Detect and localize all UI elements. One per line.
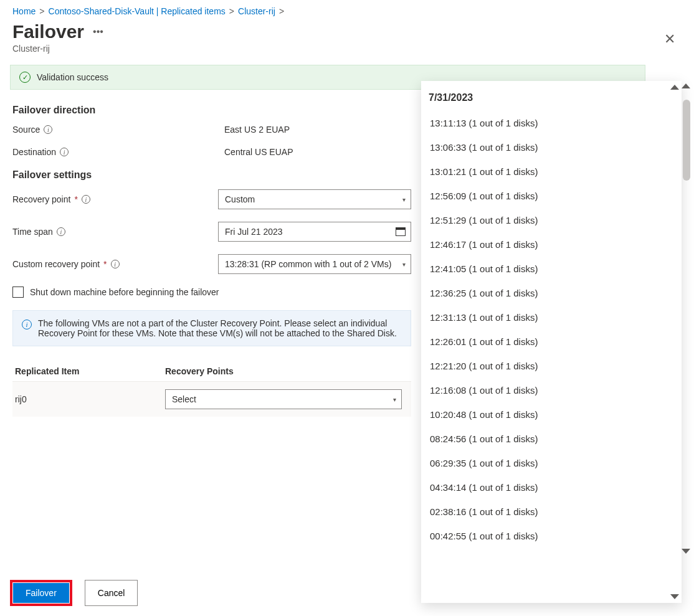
breadcrumb-vault[interactable]: Contoso-Shared-Disk-Vault | Replicated i…: [49, 6, 226, 16]
table-header-item: Replicated Item: [12, 366, 165, 376]
scroll-down-icon[interactable]: [682, 549, 690, 554]
info-icon[interactable]: i: [57, 227, 65, 236]
recovery-point-option[interactable]: 00:42:55 (1 out of 1 disks): [427, 524, 675, 548]
recovery-point-option[interactable]: 08:24:56 (1 out of 1 disks): [427, 427, 675, 451]
more-menu-icon[interactable]: •••: [93, 26, 103, 37]
chevron-down-icon: ▾: [393, 396, 396, 403]
recovery-point-dropdown[interactable]: 7/31/202313:11:13 (1 out of 1 disks)13:0…: [421, 81, 682, 603]
scroll-up-icon[interactable]: [670, 85, 679, 90]
recovery-point-option[interactable]: 06:29:35 (1 out of 1 disks): [427, 451, 675, 475]
recovery-point-option[interactable]: 13:11:13 (1 out of 1 disks): [427, 111, 675, 135]
breadcrumb: Home > Contoso-Shared-Disk-Vault | Repli…: [12, 6, 411, 16]
time-span-value: Fri Jul 21 2023: [225, 227, 283, 237]
breadcrumb-sep: >: [279, 6, 284, 16]
page-title: Failover: [12, 21, 84, 42]
required-mark: *: [103, 259, 107, 269]
calendar-icon: [396, 227, 406, 236]
section-failover-direction: Failover direction: [12, 105, 411, 116]
destination-value: Central US EUAP: [224, 147, 411, 157]
info-icon: i: [22, 320, 32, 329]
breadcrumb-sep: >: [39, 6, 44, 16]
recovery-point-option[interactable]: 12:46:17 (1 out of 1 disks): [427, 232, 675, 257]
recovery-point-option[interactable]: 12:51:29 (1 out of 1 disks): [427, 208, 675, 232]
section-failover-settings: Failover settings: [12, 169, 411, 181]
status-text: Validation success: [37, 72, 108, 82]
custom-rp-select[interactable]: 13:28:31 (RP common with 1 out of 2 VMs)…: [218, 254, 411, 274]
scrollbar-thumb[interactable]: [683, 100, 690, 181]
recovery-point-option[interactable]: 12:56:09 (1 out of 1 disks): [427, 184, 675, 208]
recovery-point-option[interactable]: 12:21:20 (1 out of 1 disks): [427, 354, 675, 378]
chevron-down-icon: ▾: [402, 261, 406, 268]
cancel-button[interactable]: Cancel: [85, 580, 138, 606]
time-span-input[interactable]: Fri Jul 21 2023: [218, 222, 411, 242]
replicated-item-name: rij0: [12, 394, 165, 404]
row-rp-value: Select: [172, 394, 196, 404]
custom-rp-label: Custom recovery point: [12, 259, 100, 269]
recovery-point-option[interactable]: 13:06:33 (1 out of 1 disks): [427, 135, 675, 159]
recovery-point-option[interactable]: 12:31:13 (1 out of 1 disks): [427, 305, 675, 329]
time-span-label: Time span: [12, 227, 53, 237]
breadcrumb-item[interactable]: Cluster-rij: [238, 6, 275, 16]
recovery-point-option[interactable]: 12:36:25 (1 out of 1 disks): [427, 281, 675, 305]
recovery-point-option[interactable]: 02:38:16 (1 out of 1 disks): [427, 500, 675, 524]
destination-label: Destination: [12, 147, 56, 157]
required-mark: *: [74, 194, 77, 204]
recovery-point-label: Recovery point: [12, 194, 70, 204]
replicated-items-table: Replicated Item Recovery Points rij0 Sel…: [12, 361, 411, 417]
table-header-rp: Recovery Points: [165, 366, 411, 376]
recovery-point-option[interactable]: 04:34:14 (1 out of 1 disks): [427, 475, 675, 500]
info-banner: i The following VMs are not a part of th…: [12, 310, 411, 346]
shutdown-checkbox[interactable]: [12, 287, 24, 298]
highlight-box: Failover: [10, 580, 72, 606]
recovery-point-option[interactable]: 12:16:08 (1 out of 1 disks): [427, 378, 675, 402]
source-value: East US 2 EUAP: [224, 125, 411, 135]
recovery-point-select[interactable]: Custom ▾: [218, 189, 411, 209]
shutdown-label: Shut down machine before beginning the f…: [30, 287, 219, 297]
failover-button[interactable]: Failover: [13, 583, 69, 603]
chevron-down-icon: ▾: [402, 196, 406, 203]
table-row: rij0 Select ▾: [12, 382, 411, 417]
recovery-point-option[interactable]: 10:20:48 (1 out of 1 disks): [427, 402, 675, 427]
recovery-point-option[interactable]: 12:26:01 (1 out of 1 disks): [427, 329, 675, 354]
row-recovery-point-select[interactable]: Select ▾: [165, 389, 402, 409]
info-icon[interactable]: i: [82, 195, 90, 204]
checkmark-icon: ✓: [19, 72, 31, 83]
info-icon[interactable]: i: [111, 260, 120, 268]
info-banner-text: The following VMs are not a part of the …: [38, 318, 402, 338]
flyout-date-header: 7/31/2023: [427, 90, 675, 111]
info-icon[interactable]: i: [44, 125, 52, 134]
scroll-up-icon[interactable]: [682, 83, 690, 88]
close-icon[interactable]: ✕: [664, 31, 675, 47]
scroll-down-icon[interactable]: [670, 594, 679, 599]
source-label: Source: [12, 125, 40, 135]
recovery-point-value: Custom: [225, 194, 255, 204]
breadcrumb-home[interactable]: Home: [12, 6, 36, 16]
breadcrumb-sep: >: [229, 6, 234, 16]
recovery-point-option[interactable]: 13:01:21 (1 out of 1 disks): [427, 159, 675, 184]
recovery-point-option[interactable]: 12:41:05 (1 out of 1 disks): [427, 257, 675, 281]
info-icon[interactable]: i: [60, 148, 69, 156]
custom-rp-value: 13:28:31 (RP common with 1 out of 2 VMs): [225, 259, 391, 269]
page-subtitle: Cluster-rij: [12, 44, 411, 54]
